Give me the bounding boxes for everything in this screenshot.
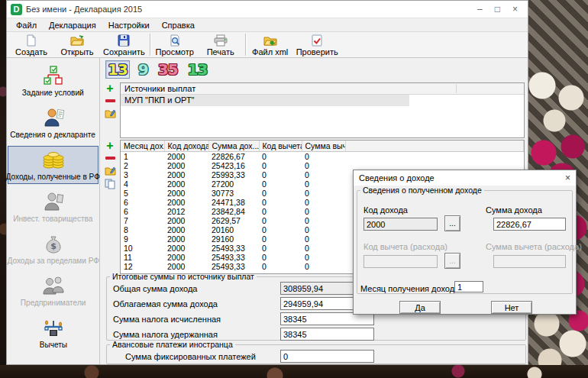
source-row-selected[interactable]: МУП "ПКП и ОРТ": [121, 95, 409, 106]
income-details-groupbox: Сведения о полученном доходе Код дохода …: [357, 186, 573, 294]
income-sum-label: Сумма дохода: [486, 205, 542, 215]
close-button-icon[interactable]: ×: [512, 4, 518, 15]
sidebar-item-label: Инвест. товарищества: [13, 215, 92, 223]
rate-tab-9[interactable]: 9: [137, 61, 150, 78]
preview-icon: [169, 34, 181, 47]
menu-file[interactable]: Файл: [10, 19, 43, 31]
new-button-label: Создать: [15, 47, 47, 57]
col-income-code[interactable]: Код дохода: [164, 141, 208, 151]
edit-source-button[interactable]: [105, 108, 116, 118]
dialog-close-icon[interactable]: ×: [565, 173, 570, 183]
add-income-button[interactable]: +: [106, 141, 113, 150]
coins-icon: [40, 150, 66, 171]
new-document-icon: [25, 34, 37, 47]
app-icon: D: [11, 4, 22, 15]
fixed-payments-field[interactable]: [280, 350, 374, 363]
income-code-label: Код дохода: [363, 205, 408, 215]
sidebar-item-label: Вычеты: [39, 341, 66, 349]
income-code-browse-button[interactable]: ...: [444, 215, 460, 231]
add-source-button[interactable]: +: [106, 83, 113, 93]
tax-rate-tabs: 13 9 35 13: [100, 58, 528, 81]
col-deduction-code[interactable]: Код вычета: [259, 141, 302, 151]
open-button[interactable]: Открыть: [54, 32, 100, 57]
sidebar-item-label: Задание условий: [22, 89, 84, 97]
minimize-button-icon[interactable]: –: [477, 4, 483, 15]
menu-help[interactable]: Справка: [156, 19, 201, 31]
remove-source-button[interactable]: [105, 99, 115, 102]
yes-button[interactable]: Да: [399, 301, 441, 314]
copy-income-button[interactable]: [105, 179, 115, 189]
sidebar-item-label: Доходы за пределами РФ: [7, 257, 99, 265]
svg-text:$: $: [50, 241, 57, 251]
sources-toolbar: +: [100, 82, 120, 138]
menu-settings[interactable]: Настройки: [102, 19, 156, 31]
sidebar-item-income-abroad[interactable]: $ Доходы за пределами РФ: [8, 230, 99, 268]
income-details-legend: Сведения о полученном доходе: [360, 186, 484, 195]
new-button[interactable]: Создать: [8, 32, 54, 57]
toolbar-separator: [150, 34, 150, 56]
sidebar: Задание условий Сведения о декларанте До…: [7, 58, 100, 364]
col-month[interactable]: Месяц дох...: [121, 141, 164, 151]
menu-declaration[interactable]: Декларация: [43, 19, 102, 31]
print-button[interactable]: Печать: [198, 32, 244, 57]
income-code-field[interactable]: [363, 218, 438, 231]
remove-income-button[interactable]: [105, 157, 115, 160]
open-button-label: Открыть: [60, 47, 93, 57]
save-floppy-icon: [118, 34, 130, 47]
declarant-icon: [42, 108, 65, 129]
check-button[interactable]: Проверить: [293, 32, 341, 57]
income-row[interactable]: 2200025423,1600: [121, 161, 524, 170]
preview-button-label: Просмотр: [156, 47, 194, 57]
fixed-payments-label: Сумма фиксированных платежей: [125, 352, 256, 361]
check-button-label: Проверить: [296, 47, 338, 57]
sources-list[interactable]: Источники выплат МУП "ПКП и ОРТ": [120, 82, 525, 138]
tax-withheld-label: Сумма налога удержанная: [113, 330, 218, 339]
sidebar-item-label: Предприниматели: [21, 299, 86, 307]
maximize-button-icon[interactable]: □: [495, 4, 500, 15]
dialog-title-bar[interactable]: Сведения о доходе ×: [354, 170, 576, 186]
dialog-title: Сведения о доходе: [359, 173, 565, 183]
sidebar-item-deductions[interactable]: Вычеты: [8, 314, 99, 352]
sidebar-item-label: Сведения о декларанте: [11, 131, 96, 139]
print-icon: [214, 34, 228, 47]
sidebar-item-entrepreneurs[interactable]: Предприниматели: [8, 272, 99, 310]
xml-file-button[interactable]: Файл xml: [247, 32, 293, 57]
sidebar-item-income-rf[interactable]: Доходы, полученные в РФ: [8, 146, 99, 184]
income-month-label: Месяц получения дохода: [360, 284, 459, 293]
income-month-field[interactable]: [454, 281, 483, 292]
sources-list-header[interactable]: Источники выплат: [121, 83, 524, 95]
col-income-sum[interactable]: Сумма дох...: [208, 141, 259, 151]
desktop-wallpaper-bottom: [0, 365, 588, 378]
income-toolbar: +: [100, 140, 120, 274]
income-header-row[interactable]: Месяц дох... Код дохода Сумма дох... Код…: [121, 141, 524, 151]
deduction-code-field: [363, 255, 438, 268]
sidebar-item-conditions[interactable]: Задание условий: [8, 62, 99, 100]
save-button[interactable]: Сохранить: [100, 32, 148, 57]
print-button-label: Печать: [207, 47, 234, 57]
sidebar-item-invest[interactable]: Инвест. товарищества: [8, 188, 99, 226]
total-income-label: Общая сумма дохода: [113, 284, 197, 293]
taxable-income-label: Облагаемая сумма дохода: [113, 299, 218, 309]
income-row[interactable]: 1200022826,6700: [121, 151, 524, 161]
investment-partnership-icon: [42, 192, 65, 213]
sidebar-item-declarant[interactable]: Сведения о декларанте: [8, 104, 99, 142]
rate-tab-13[interactable]: 13: [186, 61, 209, 78]
check-icon: [311, 34, 323, 47]
income-sum-field[interactable]: [493, 218, 566, 231]
deduction-code-browse-button: ...: [444, 253, 460, 269]
title-bar[interactable]: D Без имени - Декларация 2015 – □ ×: [7, 1, 528, 18]
preview-button[interactable]: Просмотр: [152, 32, 198, 57]
edit-income-button[interactable]: [105, 166, 116, 176]
deduction-sum-field: [493, 255, 566, 268]
col-deduction-sum[interactable]: Сумма выч...: [302, 141, 345, 151]
sources-header-label: Источники выплат: [124, 84, 195, 93]
scales-icon: [41, 318, 66, 339]
no-button[interactable]: Нет: [491, 301, 532, 314]
tax-withheld-field[interactable]: [280, 328, 374, 341]
rate-tab-35[interactable]: 35: [157, 61, 179, 78]
advance-payments-groupbox: Авансовые платежи иностранца Сумма фикси…: [106, 340, 526, 364]
rate-tab-13-selected[interactable]: 13: [105, 60, 130, 79]
xml-file-button-label: Файл xml: [252, 47, 288, 57]
tax-assessed-label: Сумма налога исчисленная: [113, 315, 221, 324]
xml-file-icon: [263, 34, 277, 47]
